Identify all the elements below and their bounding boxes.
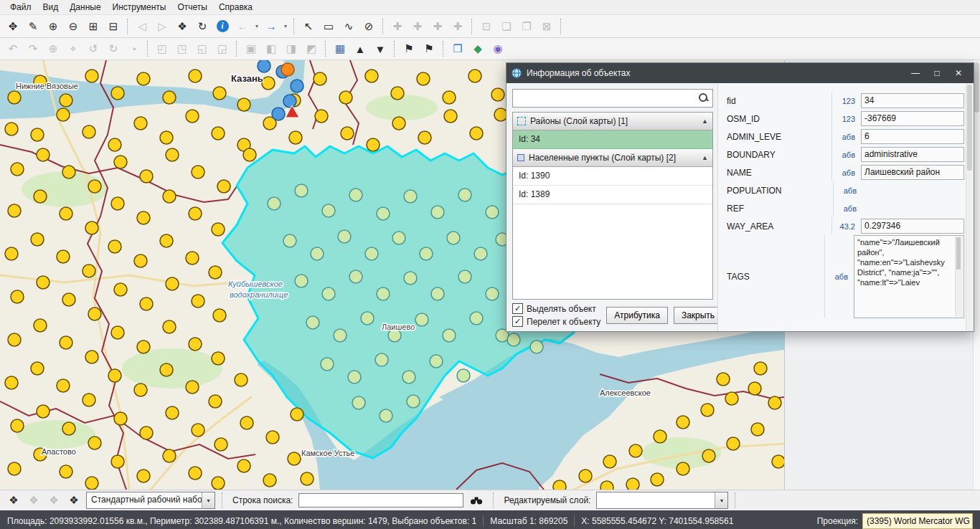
settlement-marker[interactable] (192, 166, 204, 178)
settlement-marker[interactable] (60, 465, 72, 478)
settlement-marker[interactable] (212, 477, 225, 490)
highlight-marker[interactable] (281, 63, 294, 76)
settlement-marker[interactable] (114, 283, 127, 296)
settlement-marker[interactable] (108, 369, 121, 382)
settlement-marker[interactable] (651, 473, 664, 486)
settlement-marker[interactable] (392, 117, 405, 130)
settlement-marker[interactable] (111, 326, 124, 339)
settlement-marker-selected-area[interactable] (458, 189, 471, 201)
settlement-marker[interactable] (166, 148, 179, 161)
settlement-marker[interactable] (579, 470, 592, 482)
attribute-value[interactable]: 34 (861, 93, 964, 108)
settlement-marker[interactable] (108, 138, 121, 151)
zoom-in-window-button[interactable]: ⊞ (83, 16, 103, 37)
settlement-marker[interactable] (31, 128, 44, 141)
settlement-marker[interactable] (37, 276, 50, 289)
settlement-marker[interactable] (315, 110, 328, 123)
settlement-marker[interactable] (5, 123, 18, 135)
settlement-marker[interactable] (85, 221, 98, 234)
settlement-marker[interactable] (5, 376, 18, 389)
settlement-marker[interactable] (470, 127, 483, 140)
attribute-value[interactable]: "name"=>"Лаишевский район", "name:en"=>"… (854, 235, 964, 318)
checkbox[interactable]: ✓ (512, 316, 523, 327)
settlement-marker-selected-area[interactable] (349, 270, 362, 283)
settlement-marker[interactable] (60, 207, 72, 220)
move-up-button[interactable]: ▲ (350, 39, 370, 59)
scrollbar-thumb[interactable] (967, 85, 972, 171)
settlement-marker[interactable] (751, 423, 764, 436)
find-button[interactable] (466, 492, 486, 509)
dialog-title-bar[interactable]: Информация об объектах — □ ✕ (507, 63, 974, 83)
settlement-marker[interactable] (266, 431, 279, 444)
settlement-marker[interactable] (189, 338, 202, 351)
settlement-marker-selected-area[interactable] (447, 232, 460, 244)
settlement-marker[interactable] (137, 211, 150, 224)
minimize-button[interactable]: — (905, 65, 926, 81)
style-editor-button[interactable]: ◉ (488, 39, 508, 59)
settlement-marker[interactable] (339, 91, 352, 104)
measure-tool-button[interactable]: ✎ (23, 16, 43, 37)
settlement-marker[interactable] (140, 426, 153, 439)
settlement-marker[interactable] (5, 247, 18, 260)
menu-file[interactable]: Файл (4, 0, 37, 14)
settlement-marker[interactable] (444, 110, 457, 123)
view-forward-button[interactable]: → (261, 16, 281, 37)
settlement-marker[interactable] (189, 467, 202, 480)
settlement-marker[interactable] (31, 233, 44, 246)
chevron-down-icon[interactable]: ▾ (202, 492, 215, 508)
settlement-marker[interactable] (213, 87, 226, 100)
layer-set-4-button[interactable]: ❖ (65, 490, 83, 510)
option-row[interactable]: ✓Перелет к объекту (512, 316, 600, 327)
settlement-marker[interactable] (163, 190, 176, 203)
settlement-marker-selected-area[interactable] (415, 313, 428, 326)
settlement-marker[interactable] (677, 416, 689, 429)
settlement-marker[interactable] (754, 362, 767, 375)
settlement-marker[interactable] (288, 452, 301, 465)
settlement-marker[interactable] (341, 127, 354, 140)
settlement-marker[interactable] (418, 131, 431, 144)
settlement-marker-selected-area[interactable] (377, 207, 390, 220)
settlement-marker-selected-area[interactable] (380, 409, 392, 422)
settlement-marker-selected-area[interactable] (486, 206, 499, 219)
settlement-marker[interactable] (600, 481, 613, 490)
layer-group-header-1[interactable]: Районы (Слой карты) [1]▲ (513, 113, 712, 130)
attribute-scrollbar[interactable] (966, 83, 974, 331)
settlement-marker-selected-area[interactable] (486, 287, 499, 300)
settlement-marker-selected-area[interactable] (407, 395, 420, 408)
settlement-marker[interactable] (137, 470, 150, 482)
settlement-marker[interactable] (212, 127, 225, 140)
settlement-marker[interactable] (111, 197, 124, 210)
settlement-marker[interactable] (654, 430, 666, 443)
city-marker[interactable] (283, 95, 296, 108)
search-string-input[interactable] (298, 493, 463, 507)
attribute-value[interactable]: 0.297346 (861, 219, 964, 234)
zoom-out-button[interactable]: ⊖ (63, 16, 83, 37)
layers-button[interactable]: ❖ (172, 16, 192, 37)
checkbox[interactable]: ✓ (512, 303, 523, 314)
settlement-marker-selected-area[interactable] (349, 189, 362, 201)
settlement-marker-selected-area[interactable] (283, 234, 296, 247)
menu-view[interactable]: Вид (37, 0, 65, 14)
settlement-marker[interactable] (8, 204, 21, 217)
settlement-marker[interactable] (186, 381, 199, 394)
move-down-button[interactable]: ▼ (370, 39, 390, 59)
settlement-marker[interactable] (603, 455, 616, 468)
settlement-marker[interactable] (314, 72, 326, 85)
settlement-marker[interactable] (209, 266, 222, 279)
settlement-marker[interactable] (727, 437, 740, 450)
settlement-marker[interactable] (417, 72, 430, 85)
clear-selection-button[interactable]: ⊘ (359, 16, 379, 37)
settlement-marker[interactable] (8, 91, 21, 104)
collapse-icon[interactable]: ▲ (702, 118, 708, 125)
settlement-marker[interactable] (186, 252, 199, 264)
settlement-marker-selected-area[interactable] (334, 329, 347, 342)
zoom-out-window-button[interactable]: ⊟ (103, 16, 123, 37)
settlement-marker[interactable] (365, 70, 378, 82)
settlement-marker[interactable] (11, 419, 24, 432)
settlement-marker[interactable] (491, 88, 504, 101)
object-info-button[interactable]: i (212, 16, 232, 37)
settlement-marker-selected-area[interactable] (431, 287, 444, 300)
settlement-marker[interactable] (163, 449, 176, 462)
settlement-marker-selected-area[interactable] (443, 329, 456, 342)
settlement-marker-selected-area[interactable] (507, 333, 520, 346)
